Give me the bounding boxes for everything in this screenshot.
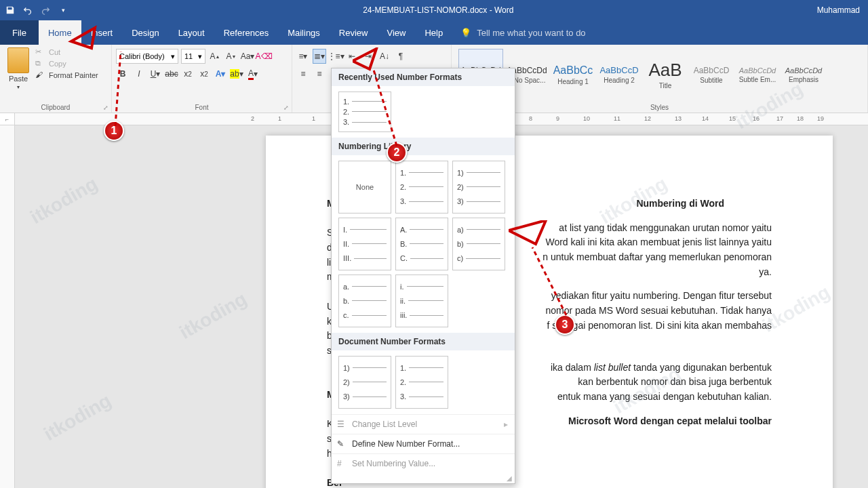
section-recent: Recently Used Number Formats [332, 68, 515, 86]
change-case-button[interactable]: Aa▾ [241, 49, 254, 64]
format-painter-button[interactable]: 🖌Format Painter [35, 70, 98, 80]
font-size-select[interactable]: 11▾ [181, 49, 205, 64]
numbering-option[interactable]: I.II.III. [338, 218, 391, 270]
qat-more-icon[interactable]: ▾ [58, 5, 68, 15]
scissors-icon: ✂ [35, 47, 45, 57]
define-icon: ✎ [337, 439, 347, 449]
font-color-button[interactable]: A▾ [246, 66, 260, 81]
copy-icon: ⧉ [35, 59, 45, 68]
style-subtitle[interactable]: AaBbCcDSubtitle [689, 49, 734, 100]
annotation-badge-2: 2 [387, 142, 407, 163]
tab-layout[interactable]: Layout [169, 20, 214, 45]
numbering-option[interactable]: A.B.C. [395, 218, 448, 270]
tab-file[interactable]: File [0, 20, 39, 45]
annotation-badge-3: 3 [555, 314, 575, 335]
tell-me[interactable]: 💡 Tell me what you want to do [452, 20, 593, 45]
indent-icon: ☰ [337, 420, 347, 429]
numbering-option[interactable]: a)b)c) [452, 218, 505, 270]
font-name-select[interactable]: Calibri (Body)▾ [116, 49, 178, 64]
numbering-button[interactable]: ≣▾ [313, 49, 326, 64]
resize-grip[interactable]: ◢ [332, 473, 515, 483]
tab-mailings[interactable]: Mailings [278, 20, 330, 45]
lightbulb-icon: 💡 [460, 28, 471, 38]
undo-icon[interactable] [23, 5, 33, 15]
show-marks-button[interactable]: ¶ [394, 49, 408, 64]
document-title: 24-MEMBUAT-LIST-NOMOR.docx - Word [73, 5, 809, 15]
style-subtle-em-[interactable]: AaBbCcDdSubtle Em... [735, 49, 780, 100]
numbering-option[interactable]: 1)2)3) [452, 161, 505, 214]
brush-icon: 🖌 [35, 70, 45, 80]
group-clipboard: Paste ▾ ✂Cut ⧉Copy 🖌Format Painter Clipb… [0, 45, 112, 113]
tab-selector[interactable]: ⌐ [0, 113, 15, 125]
annotation-badge-1: 1 [104, 121, 124, 141]
style-heading-1[interactable]: AaBbCcHeading 1 [551, 49, 595, 100]
numbering-option[interactable]: a.b.c. [338, 274, 391, 327]
sort-button[interactable]: A↓ [378, 49, 391, 64]
section-library: Numbering Library [332, 138, 515, 155]
numbering-option[interactable]: 1)2)3) [338, 356, 391, 409]
titlebar: ▾ 24-MEMBUAT-LIST-NOMOR.docx - Word Muha… [0, 0, 868, 20]
copy-button: ⧉Copy [35, 59, 98, 68]
highlight-button[interactable]: ab▾ [230, 66, 243, 81]
value-icon: # [337, 459, 347, 468]
section-doc: Document Number Formats [332, 333, 515, 350]
align-center-button[interactable]: ≡ [313, 66, 326, 81]
set-numbering-value: # Set Numbering Value... [332, 453, 515, 473]
numbering-dropdown: Recently Used Number Formats 1.2.3. Numb… [331, 68, 515, 484]
tab-home[interactable]: Home [39, 20, 81, 45]
paste-icon [7, 47, 29, 73]
user-name[interactable]: Muhammad [809, 5, 868, 15]
style-heading-2[interactable]: AaBbCcDHeading 2 [597, 49, 642, 100]
tab-references[interactable]: References [214, 20, 278, 45]
shrink-font-button[interactable]: A▼ [224, 49, 238, 64]
numbering-option[interactable]: 1.2.3. [395, 356, 448, 409]
cut-button: ✂Cut [35, 47, 98, 57]
align-left-button[interactable]: ≡ [296, 66, 310, 81]
bullets-button[interactable]: ≡▾ [296, 49, 310, 64]
text-effects-button[interactable]: A▾ [214, 66, 227, 81]
superscript-button[interactable]: x2 [197, 66, 211, 81]
style-title[interactable]: AaBTitle [643, 49, 688, 100]
change-list-level: ☰ Change List Level▸ [332, 414, 515, 434]
ruler-vertical [0, 125, 15, 488]
group-label-font: Font [112, 104, 292, 111]
increase-indent-button[interactable]: ⇥ [361, 49, 375, 64]
save-icon[interactable] [5, 5, 15, 15]
tab-view[interactable]: View [377, 20, 415, 45]
style-emphasis[interactable]: AaBbCcDdEmphasis [781, 49, 826, 100]
strike-button[interactable]: abc [165, 66, 178, 81]
tab-insert[interactable]: Insert [81, 20, 123, 45]
subscript-button[interactable]: x2 [181, 66, 195, 81]
group-font: Calibri (Body)▾ 11▾ A▲ A▼ Aa▾ A⌫ B I U▾ … [112, 45, 292, 113]
bold-button[interactable]: B [116, 66, 130, 81]
numbering-option[interactable]: None [338, 161, 391, 214]
paste-button[interactable]: Paste ▾ [4, 47, 33, 90]
font-dialog-launcher[interactable]: ⤢ [283, 104, 289, 111]
tab-design[interactable]: Design [122, 20, 168, 45]
numbering-option[interactable]: 1.2.3. [395, 161, 448, 214]
italic-button[interactable]: I [132, 66, 146, 81]
underline-button[interactable]: U▾ [149, 66, 162, 81]
numbering-option[interactable]: i.ii.iii. [395, 274, 448, 327]
grow-font-button[interactable]: A▲ [208, 49, 222, 64]
define-new-format[interactable]: ✎ Define New Number Format... [332, 434, 515, 453]
ribbon-tabs: File Home Insert Design Layout Reference… [0, 20, 868, 45]
decrease-indent-button[interactable]: ⇤ [345, 49, 359, 64]
tab-help[interactable]: Help [415, 20, 452, 45]
clear-format-button[interactable]: A⌫ [257, 49, 271, 64]
clipboard-dialog-launcher[interactable]: ⤢ [103, 104, 108, 111]
multilevel-button[interactable]: ⋮≡▾ [329, 49, 342, 64]
redo-icon[interactable] [41, 5, 50, 15]
numbering-option[interactable]: 1.2.3. [338, 92, 391, 132]
tab-review[interactable]: Review [330, 20, 378, 45]
group-label-clipboard: Clipboard [0, 104, 111, 111]
